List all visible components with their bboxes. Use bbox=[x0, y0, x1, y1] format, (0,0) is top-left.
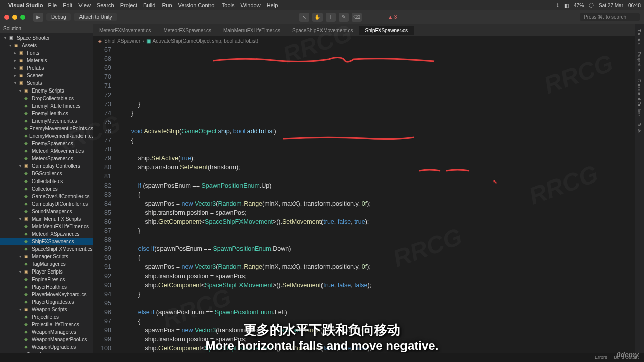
text-tool-icon[interactable]: T bbox=[326, 13, 336, 22]
menu-run[interactable]: Run bbox=[162, 2, 172, 8]
menu-tools[interactable]: Tools bbox=[222, 2, 235, 8]
tree-item[interactable]: ▸▣Fonts bbox=[0, 49, 93, 57]
tree-item[interactable]: ▸▣Prefabs bbox=[0, 64, 93, 72]
code-line[interactable] bbox=[117, 145, 635, 154]
tree-item[interactable]: ◆EngineFires.cs bbox=[0, 276, 93, 283]
menu-file[interactable]: File bbox=[48, 2, 57, 8]
tests-tab[interactable]: Tests bbox=[636, 120, 643, 136]
tree-item[interactable]: ◆GameOverUIController.cs bbox=[0, 193, 93, 200]
tree-item[interactable]: ◆MeteorSpawner.cs bbox=[0, 155, 93, 162]
minimize-icon[interactable] bbox=[12, 15, 17, 20]
code-line[interactable]: spawnPos = new Vector3(Random.Range(minX… bbox=[117, 262, 635, 272]
tree-item[interactable]: ◆DropCollectable.cs bbox=[0, 95, 93, 102]
pen-tool-icon[interactable]: ✎ bbox=[339, 13, 349, 22]
code-line[interactable]: void ActivateShip(GameObject ship, bool … bbox=[117, 127, 635, 136]
code-line[interactable]: } bbox=[117, 226, 635, 235]
editor-tab[interactable]: SpaceShipFXMovement.cs bbox=[286, 26, 359, 35]
status-errors[interactable]: Errors bbox=[595, 355, 607, 360]
breadcrumb-file[interactable]: ShipFXSpawner bbox=[104, 38, 140, 44]
menu-window[interactable]: Window bbox=[241, 2, 261, 8]
tree-item[interactable]: ◆PlayerMoveKeyboard.cs bbox=[0, 291, 93, 298]
code-line[interactable]: } bbox=[117, 100, 635, 109]
breadcrumb-method[interactable]: ActivateShip(GameObject ship, bool addTo… bbox=[153, 38, 259, 44]
tree-item[interactable]: ◆EnemyMovementRandom.cs bbox=[0, 132, 93, 140]
config-select[interactable]: Debug bbox=[46, 13, 71, 21]
tree-item[interactable]: ◆MeteorFXSpawner.cs bbox=[0, 230, 93, 238]
code-line[interactable]: ship.transform.SetParent(transform); bbox=[117, 163, 635, 172]
tree-item[interactable]: ◆PlayerUpgrades.cs bbox=[0, 298, 93, 306]
tree-item[interactable]: ▾▣Player Scripts bbox=[0, 268, 93, 276]
tree-item[interactable]: ▾▣Main Menu FX Scripts bbox=[0, 215, 93, 223]
menu-project[interactable]: Project bbox=[120, 2, 137, 8]
tree-item[interactable]: ◆PlayerHealth.cs bbox=[0, 283, 93, 291]
tree-item[interactable]: ◆EnemyMovement.cs bbox=[0, 117, 93, 125]
code-line[interactable]: } bbox=[117, 109, 635, 118]
breadcrumb[interactable]: ◈ ShipFXSpawner › ▣ ActivateShip(GameObj… bbox=[93, 36, 635, 45]
toolbox-tab[interactable]: Toolbox bbox=[636, 26, 643, 48]
code-line[interactable]: ship.GetComponent<SpaceShipFXMovement>()… bbox=[117, 281, 635, 290]
code-line[interactable]: if (spawnPosEnum == SpawnPositionEnum.Up… bbox=[117, 181, 635, 190]
code-line[interactable]: else if(spawnPosEnum == SpawnPositionEnu… bbox=[117, 244, 635, 253]
tree-item[interactable]: ◆Projectile.cs bbox=[0, 313, 93, 321]
tree-item[interactable]: ▾▣Scripts bbox=[0, 79, 93, 87]
tree-item[interactable]: ◆ShipFXSpawner.cs bbox=[0, 238, 93, 245]
document-outline-tab[interactable]: Document Outline bbox=[636, 76, 643, 119]
editor-tab[interactable]: MeteorFXSpawner.cs bbox=[157, 26, 217, 35]
search-input[interactable]: Press ⌘. to search bbox=[580, 13, 640, 21]
code-line[interactable] bbox=[117, 172, 635, 181]
pointer-tool-icon[interactable]: ↖ bbox=[299, 13, 309, 22]
editor-tab[interactable]: MainMenuFXLifeTimer.cs bbox=[217, 26, 286, 35]
tree-item[interactable]: ◆GameplayUIController.cs bbox=[0, 200, 93, 208]
code-line[interactable] bbox=[117, 235, 635, 244]
editor-tab[interactable]: MeteorFXMovement.cs bbox=[93, 26, 157, 35]
menu-version-control[interactable]: Version Control bbox=[178, 2, 216, 8]
tree-item[interactable]: ◆EnemyFXLifeTimer.cs bbox=[0, 102, 93, 110]
tree-item[interactable]: ◆MeteorFXMovement.cs bbox=[0, 147, 93, 155]
code-line[interactable]: ship.GetComponent<SpaceShipFXMovement>()… bbox=[117, 217, 635, 226]
maximize-icon[interactable] bbox=[20, 15, 25, 20]
code-line[interactable]: ship.transform.position = spawnPos; bbox=[117, 272, 635, 281]
code-line[interactable]: ship.transform.position = spawnPos; bbox=[117, 208, 635, 217]
tree-item[interactable]: ▾▣Enemy Scripts bbox=[0, 87, 93, 95]
tree-item[interactable]: ◆EnemySpawner.cs bbox=[0, 140, 93, 147]
code-line[interactable]: else if (spawnPosEnum == SpawnPositionEn… bbox=[117, 308, 635, 317]
eraser-tool-icon[interactable]: ⌫ bbox=[352, 13, 362, 22]
code-line[interactable] bbox=[117, 299, 635, 308]
properties-tab[interactable]: Properties bbox=[636, 49, 643, 75]
error-indicator[interactable]: ▲ 3 bbox=[388, 14, 397, 20]
tree-item[interactable]: ▸▣Scenes bbox=[0, 72, 93, 79]
run-button[interactable]: ▶ bbox=[33, 13, 43, 22]
tree-item[interactable]: ▾▣Gameplay Controllers bbox=[0, 162, 93, 170]
battery-icon[interactable]: ◧ bbox=[564, 3, 569, 8]
code-line[interactable]: spawnPos = new Vector3(Random.Range(minX… bbox=[117, 199, 635, 208]
hand-tool-icon[interactable]: ✋ bbox=[312, 13, 323, 22]
close-icon[interactable] bbox=[4, 15, 9, 20]
code-line[interactable]: { bbox=[117, 136, 635, 145]
code-editor[interactable]: 6768697071727374757677787980818283848586… bbox=[93, 45, 635, 362]
tree-item[interactable]: ◆EnemyMovementInPoints.cs bbox=[0, 125, 93, 132]
menu-build[interactable]: Build bbox=[143, 2, 155, 8]
menu-edit[interactable]: Edit bbox=[63, 2, 72, 8]
tree-item[interactable]: ▾▣Manager Scripts bbox=[0, 253, 93, 260]
tree-item[interactable]: ▾▣Assets bbox=[0, 42, 93, 49]
tree-item[interactable]: ◆BGScroller.cs bbox=[0, 170, 93, 177]
target-select[interactable]: Attach to Unity bbox=[74, 13, 117, 21]
tree-item[interactable]: ◆EnemyHealth.cs bbox=[0, 110, 93, 117]
input-icon[interactable]: ㊀ bbox=[589, 2, 594, 9]
tree-item[interactable]: ◆TagManager.cs bbox=[0, 260, 93, 268]
tree-item[interactable]: ◆SoundManager.cs bbox=[0, 208, 93, 215]
code-line[interactable]: { bbox=[117, 253, 635, 262]
menu-view[interactable]: View bbox=[78, 2, 91, 8]
code-line[interactable] bbox=[117, 118, 635, 127]
code-line[interactable]: ship.SetActive(true); bbox=[117, 154, 635, 163]
tree-item[interactable]: ◆Collectable.cs bbox=[0, 177, 93, 185]
tree-root[interactable]: ▾▣Space Shooter bbox=[0, 34, 93, 42]
code-line[interactable]: } bbox=[117, 290, 635, 299]
tree-item[interactable]: ▸▣Materials bbox=[0, 57, 93, 64]
wifi-icon[interactable]: ⟟ bbox=[557, 2, 559, 8]
menu-search[interactable]: Search bbox=[97, 2, 114, 8]
tree-item[interactable]: ▾▣Weapon Scripts bbox=[0, 306, 93, 313]
tree-item[interactable]: ◆MainMenuFXLifeTimer.cs bbox=[0, 223, 93, 230]
tree-item[interactable]: ◆SpaceShipFXMovement.cs bbox=[0, 245, 93, 253]
code-line[interactable]: { bbox=[117, 190, 635, 199]
